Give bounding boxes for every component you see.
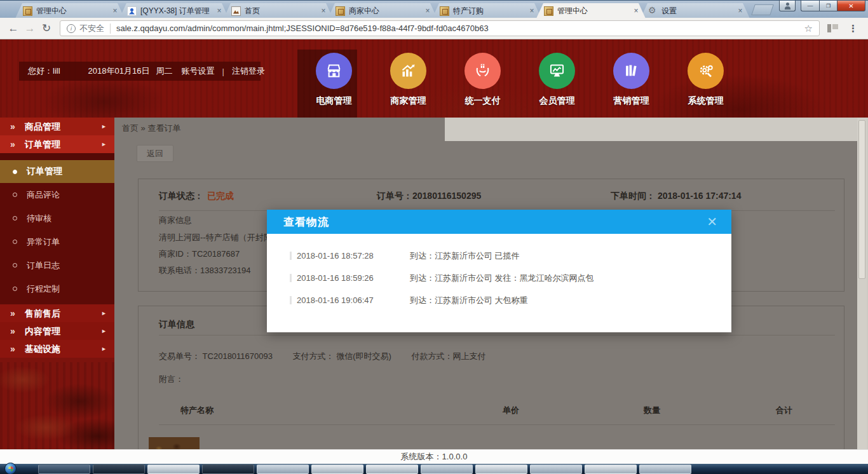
books-icon (613, 53, 649, 89)
taskbar-button[interactable] (202, 464, 254, 474)
logistics-modal: 查看物流 ✕ 2018-01-16 18:57:28 到达：江苏新沂市公司 已揽… (267, 210, 731, 332)
taskbar-button[interactable] (93, 464, 145, 474)
modal-header: 查看物流 ✕ (267, 210, 731, 234)
bullet-icon (13, 240, 17, 244)
version-bar: 系统版本：1.0.0.0 (0, 449, 868, 464)
browser-tab[interactable]: 特产订购 × (432, 3, 541, 18)
store-icon (316, 53, 352, 89)
nav-item-ecommerce[interactable]: 电商管理 (297, 50, 371, 118)
taskbar-button[interactable] (366, 464, 418, 474)
new-tab-button[interactable] (751, 4, 774, 15)
monitor-chart-icon (539, 53, 575, 89)
taskbar-button[interactable] (585, 464, 637, 474)
logistics-entry: 2018-01-16 18:59:26 到达：江苏新沂市公司 发往：黑龙江哈尔滨… (267, 267, 731, 289)
user-bar: 您好：lill 2018年01月16日 周二 账号设置 | 注销登录 (19, 62, 261, 81)
profile-button[interactable] (779, 1, 796, 11)
sidebar-item-itinerary[interactable]: 行程定制 (0, 277, 114, 301)
start-button[interactable] (4, 463, 17, 474)
address-bar[interactable]: i 不安全 sale.z.qqdayu.com/admin/common/mai… (60, 20, 820, 36)
sidebar-item-order-log[interactable]: 订单日志 (0, 254, 114, 277)
nav-label: 系统管理 (688, 95, 724, 107)
refresh-icon[interactable]: ↻ (38, 22, 55, 35)
tab-close-icon[interactable]: × (319, 6, 328, 15)
chevron-icon: » (10, 304, 15, 322)
taskbar-button[interactable] (639, 464, 691, 474)
modal-mask (114, 118, 445, 141)
security-label: 不安全 (79, 23, 104, 34)
nav-item-system[interactable]: 系统管理 (668, 50, 743, 118)
sidebar-item-order-management[interactable]: 订单管理 (0, 160, 114, 183)
divider (0, 153, 114, 160)
close-icon[interactable]: ✕ (707, 214, 717, 229)
tab-title: 商家中心 (349, 6, 423, 17)
sidebar-item-product-reviews[interactable]: 商品评论 (0, 183, 114, 207)
taskbar-button[interactable] (530, 464, 582, 474)
browser-tab[interactable]: 商家中心 × (328, 3, 437, 18)
sidebar-item-abnormal-orders[interactable]: 异常订单 (0, 230, 114, 254)
modal-body: 2018-01-16 18:57:28 到达：江苏新沂市公司 已揽件 2018-… (267, 234, 731, 332)
browser-window: 管理中心 × [QYYX-38] 订单管理 × 首页 × 商家中心 × 特产订购… (0, 0, 868, 474)
sidebar-group-products[interactable]: » 商品管理 ► (0, 118, 114, 135)
sidebar: » 商品管理 ► » 订单管理 ► 订单管理 商品评论 待审核 (0, 118, 114, 449)
chevron-icon: » (10, 135, 15, 153)
user-greeting: 您好：lill (28, 65, 60, 77)
nav-label: 会员管理 (539, 95, 575, 107)
nav-item-marketing[interactable]: 营销管理 (594, 50, 668, 118)
bookmark-star-icon[interactable]: ☆ (802, 23, 815, 34)
taskbar-button[interactable] (311, 464, 363, 474)
log-status: 到达：江苏新沂市公司 大包称重 (410, 295, 528, 306)
url-text: sale.z.qqdayu.com/admin/common/main.jhtm… (116, 24, 802, 33)
arrow-right-icon: ► (101, 135, 107, 153)
nav-item-payment[interactable]: 统一支付 (445, 50, 520, 118)
logistics-entry: 2018-01-16 18:57:28 到达：江苏新沂市公司 已揽件 (267, 245, 731, 267)
back-icon[interactable]: ← (5, 22, 22, 35)
tab-close-icon[interactable]: × (215, 6, 224, 15)
sidebar-group-content[interactable]: » 内容管理 ► (0, 322, 114, 340)
taskbar-button[interactable] (421, 464, 473, 474)
browser-tab-active[interactable]: 管理中心 × (536, 3, 646, 18)
hands-gift-icon (465, 53, 501, 89)
taskbar-button[interactable] (257, 464, 309, 474)
taskbar-button[interactable] (475, 464, 527, 474)
page-scrollbar[interactable] (857, 118, 867, 449)
scrollbar-thumb[interactable] (858, 120, 865, 279)
weekday-text: 周二 (156, 65, 172, 77)
browser-menu-icon[interactable]: ⋮ (848, 23, 858, 34)
nav-item-member[interactable]: 会员管理 (520, 50, 594, 118)
chevron-icon: » (10, 118, 15, 135)
tab-strip: 管理中心 × [QYYX-38] 订单管理 × 首页 × 商家中心 × 特产订购… (0, 0, 868, 18)
tab-close-icon[interactable]: × (632, 6, 641, 15)
page-favicon (231, 6, 241, 16)
minimize-button[interactable]: — (801, 1, 819, 11)
logout-link[interactable]: 注销登录 (232, 65, 265, 77)
window-close-button[interactable]: ✕ (837, 1, 865, 11)
tab-close-icon[interactable]: × (423, 6, 432, 15)
tab-title: [QYYX-38] 订单管理 (140, 6, 215, 17)
account-settings-link[interactable]: 账号设置 (181, 65, 214, 77)
restore-button[interactable]: ❐ (819, 1, 837, 11)
sidebar-item-pending-review[interactable]: 待审核 (0, 207, 114, 230)
tab-close-icon[interactable]: × (736, 6, 745, 15)
tab-close-icon[interactable]: × (527, 6, 536, 15)
taskbar-button[interactable] (147, 464, 200, 474)
taskbar-button[interactable] (38, 464, 90, 474)
nav-item-merchant[interactable]: 商家管理 (371, 50, 445, 118)
browser-tab[interactable]: 管理中心 × (15, 3, 125, 18)
browser-tab[interactable]: 设置 × (641, 3, 750, 18)
windows-taskbar (0, 464, 868, 474)
forward-icon[interactable]: → (22, 22, 38, 35)
sidebar-group-infrastructure[interactable]: » 基础设施 ► (0, 340, 114, 358)
browser-tab[interactable]: 首页 × (224, 3, 333, 18)
bullet-icon (13, 216, 17, 220)
site-favicon (544, 6, 553, 16)
nav-label: 商家管理 (391, 95, 426, 107)
browser-tab[interactable]: [QYYX-38] 订单管理 × (119, 3, 229, 18)
tab-close-icon[interactable]: × (111, 6, 119, 15)
extension-icon[interactable] (827, 24, 838, 33)
nav-label: 营销管理 (614, 95, 649, 107)
info-icon[interactable]: i (67, 24, 76, 33)
sidebar-group-orders[interactable]: » 订单管理 ► (0, 135, 114, 153)
bullet-icon (13, 263, 17, 267)
sidebar-group-aftersale[interactable]: » 售前售后 ► (0, 304, 114, 322)
arrow-right-icon: ► (101, 322, 107, 340)
